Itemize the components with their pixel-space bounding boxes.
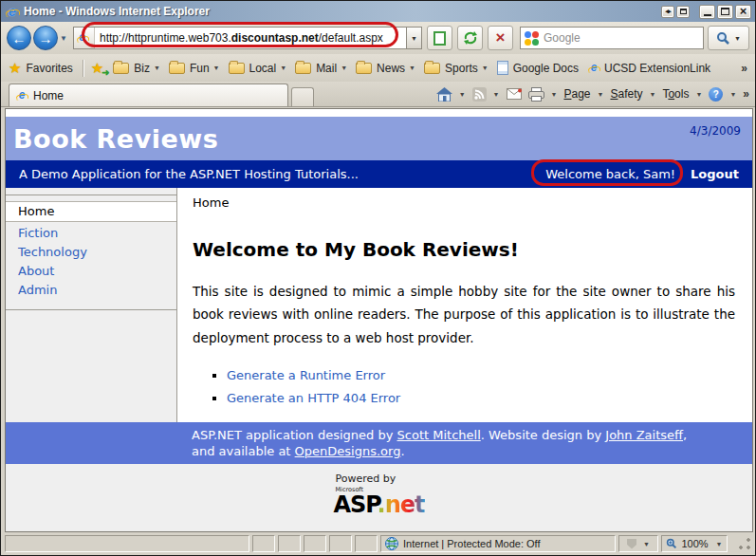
chevron-down-icon [213, 65, 220, 71]
tab-home[interactable]: e Home [9, 83, 288, 106]
close-button[interactable] [735, 5, 751, 19]
page-title: Welcome to My Book Reviews! [193, 238, 737, 261]
page-menu-button[interactable]: Page [563, 87, 603, 101]
safety-menu-button[interactable]: Safety [610, 87, 655, 101]
status-panel [304, 535, 326, 552]
document-icon [497, 61, 508, 75]
opendesigns-link[interactable]: OpenDesigns.org [295, 444, 401, 458]
nav-item-home[interactable]: Home [6, 201, 176, 222]
http404-error-link[interactable]: Generate an HTTP 404 Error [227, 391, 400, 405]
stop-icon [496, 29, 506, 46]
favorites-overflow-chevron[interactable] [741, 62, 747, 75]
footer-text: . [400, 444, 404, 458]
list-item: Generate an HTTP 404 Error [227, 391, 737, 405]
address-dropdown-button[interactable] [407, 27, 422, 49]
window-popout-button[interactable] [676, 6, 690, 18]
favorites-folder-sports[interactable]: Sports [424, 62, 489, 75]
new-tab-button[interactable] [291, 87, 314, 106]
folder-icon [356, 63, 372, 74]
runtime-error-link[interactable]: Generate a Runtime Error [227, 368, 385, 382]
history-dropdown-icon[interactable] [58, 34, 69, 43]
favorites-folder-local[interactable]: Local [229, 62, 287, 75]
google-icon [525, 31, 539, 46]
status-message-panel [5, 535, 249, 552]
chevron-down-icon [341, 65, 347, 71]
read-mail-button[interactable] [507, 88, 522, 100]
tools-menu-button[interactable]: Tools [662, 87, 702, 101]
home-button[interactable] [436, 87, 466, 102]
zoom-magnifier-icon [666, 538, 677, 549]
site-footer: ASP.NET application designed by Scott Mi… [6, 422, 752, 464]
favorites-folder-fun[interactable]: Fun [169, 62, 220, 75]
zoom-level: 100% [681, 538, 708, 549]
favorites-link-google-docs[interactable]: Google Docs [497, 61, 579, 75]
favorites-folder-mail[interactable]: Mail [295, 62, 347, 75]
security-zone-panel: Internet | Protected Mode: Off [380, 535, 616, 552]
john-zaitseff-link[interactable]: John Zaitseff [605, 428, 683, 442]
rss-feed-icon [472, 87, 487, 102]
logout-link[interactable]: Logout [691, 167, 739, 181]
nav-item-fiction[interactable]: Fiction [6, 224, 176, 243]
tab-label: Home [33, 89, 64, 102]
favorites-folder-biz[interactable]: Biz [113, 62, 160, 75]
sidebar-nav: Home Fiction Technology About Admin [6, 188, 177, 422]
breadcrumb: Home [193, 195, 737, 210]
nav-item-admin[interactable]: Admin [6, 281, 176, 300]
back-button[interactable] [7, 26, 31, 50]
nav-item-about[interactable]: About [6, 262, 176, 281]
window-title: Home - Windows Internet Explorer [24, 5, 210, 18]
search-button[interactable] [708, 26, 749, 50]
maximize-button[interactable] [717, 5, 733, 19]
command-overflow-chevron[interactable] [743, 87, 749, 101]
search-placeholder: Google [544, 31, 581, 45]
nav-menu: Home Fiction Technology About Admin [6, 195, 176, 310]
refresh-button[interactable] [457, 26, 483, 50]
compatibility-view-button[interactable] [427, 26, 452, 50]
asp-logo-text: ASP [334, 491, 378, 518]
resize-grip[interactable] [738, 537, 751, 550]
search-box[interactable]: Google [520, 27, 704, 49]
nav-item-technology[interactable]: Technology [6, 243, 176, 262]
chevron-down-icon [280, 65, 286, 71]
main-content: Home Welcome to My Book Reviews! This si… [177, 188, 752, 422]
compatibility-icon [433, 31, 446, 46]
print-button[interactable] [528, 87, 558, 102]
feeds-button[interactable] [472, 87, 500, 102]
site-subheader: A Demo Application for the ASP.NET Hosti… [6, 160, 752, 188]
separator [83, 60, 83, 77]
address-bar[interactable]: e http://httpruntime.web703.discountasp.… [73, 27, 407, 49]
minimize-icon [704, 14, 711, 16]
ie-favicon-icon: e [15, 89, 28, 102]
status-panel [278, 535, 301, 552]
address-toolbar: e http://httpruntime.web703.discountasp.… [1, 22, 755, 54]
url-path: /default.aspx [319, 31, 383, 45]
refresh-icon [463, 30, 478, 46]
folder-label: Fun [190, 62, 210, 75]
chevron-down-icon [695, 91, 702, 98]
window-resize-arrows-button[interactable] [661, 6, 674, 18]
chevron-down-icon [551, 91, 558, 98]
status-bar: Internet | Protected Mode: Off 100% [1, 533, 755, 554]
search-options-caret-icon[interactable] [734, 35, 741, 42]
minimize-button[interactable] [699, 5, 715, 19]
zoom-control[interactable]: 100% [661, 535, 728, 552]
url-text[interactable]: http://httpruntime.web703.discountasp.ne… [95, 31, 383, 45]
smartscreen-button[interactable] [618, 535, 658, 552]
stop-button[interactable] [488, 26, 513, 50]
page-body: Home Fiction Technology About Admin Home… [6, 188, 752, 422]
favorites-button[interactable]: Favorites [26, 62, 72, 75]
footer-text: ASP.NET application designed by [192, 428, 397, 442]
chevron-down-icon [493, 91, 500, 98]
favorites-link-ucsd[interactable]: eUCSD ExtensionLink [587, 62, 710, 75]
add-favorite-arrow-icon [101, 67, 109, 78]
add-favorite-button[interactable] [91, 60, 103, 77]
scott-mitchell-link[interactable]: Scott Mitchell [397, 428, 481, 442]
forward-button[interactable] [33, 26, 58, 50]
powered-by-text: Powered by [336, 473, 425, 484]
welcome-message: Welcome back, Sam! [545, 167, 675, 181]
help-button[interactable] [709, 87, 736, 102]
chevron-down-icon [716, 541, 723, 547]
help-icon [709, 87, 723, 102]
favorite-label: UCSD ExtensionLink [604, 62, 710, 75]
favorites-folder-news[interactable]: News [356, 62, 415, 75]
